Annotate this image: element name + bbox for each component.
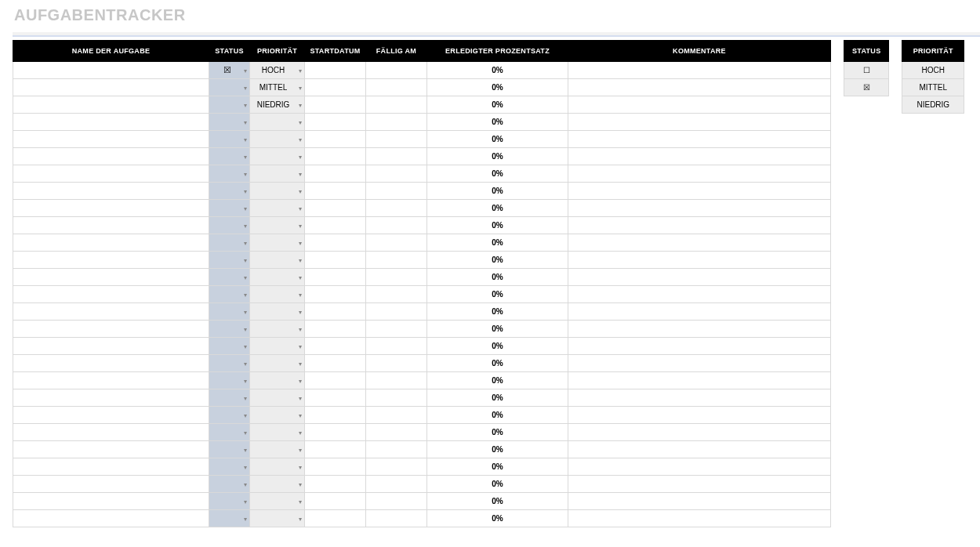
percent-cell[interactable]: 0% [427,303,568,321]
priority-dropdown[interactable]: ▾ [250,458,305,476]
status-dropdown[interactable]: ▾ [209,441,250,458]
due-date-cell[interactable] [366,407,427,424]
start-date-cell[interactable] [305,234,366,252]
status-dropdown[interactable]: ▾ [209,424,250,441]
start-date-cell[interactable] [305,458,366,476]
start-date-cell[interactable] [305,217,366,234]
percent-cell[interactable]: 0% [427,217,568,234]
start-date-cell[interactable] [305,62,366,79]
percent-cell[interactable]: 0% [427,286,568,303]
due-date-cell[interactable] [366,165,427,183]
start-date-cell[interactable] [305,321,366,338]
due-date-cell[interactable] [366,131,427,148]
due-date-cell[interactable] [366,303,427,321]
start-date-cell[interactable] [305,252,366,269]
comments-cell[interactable] [568,217,831,234]
due-date-cell[interactable] [366,286,427,303]
start-date-cell[interactable] [305,148,366,165]
percent-cell[interactable]: 0% [427,338,568,355]
comments-cell[interactable] [568,131,831,148]
percent-cell[interactable]: 0% [427,165,568,183]
task-name-cell[interactable] [13,96,209,114]
status-dropdown[interactable]: ▾ [209,303,250,321]
task-name-cell[interactable] [13,407,209,424]
comments-cell[interactable] [568,269,831,286]
comments-cell[interactable] [568,372,831,389]
priority-dropdown[interactable]: ▾ [250,338,305,355]
percent-cell[interactable]: 0% [427,510,568,527]
priority-dropdown[interactable]: ▾ [250,476,305,493]
percent-cell[interactable]: 0% [427,234,568,252]
due-date-cell[interactable] [366,510,427,527]
status-dropdown[interactable]: ▾ [209,407,250,424]
due-date-cell[interactable] [366,62,427,79]
status-dropdown[interactable]: ▾ [209,286,250,303]
priority-dropdown[interactable]: MITTEL▾ [250,79,305,96]
comments-cell[interactable] [568,476,831,493]
start-date-cell[interactable] [305,200,366,217]
due-date-cell[interactable] [366,79,427,96]
comments-cell[interactable] [568,252,831,269]
percent-cell[interactable]: 0% [427,131,568,148]
comments-cell[interactable] [568,165,831,183]
start-date-cell[interactable] [305,114,366,131]
task-name-cell[interactable] [13,476,209,493]
status-dropdown[interactable]: ▾ [209,79,250,96]
percent-cell[interactable]: 0% [427,355,568,372]
task-name-cell[interactable] [13,148,209,165]
priority-dropdown[interactable]: ▾ [250,131,305,148]
due-date-cell[interactable] [366,458,427,476]
due-date-cell[interactable] [366,493,427,510]
due-date-cell[interactable] [366,234,427,252]
percent-cell[interactable]: 0% [427,183,568,200]
priority-dropdown[interactable]: ▾ [250,183,305,200]
priority-dropdown[interactable]: ▾ [250,252,305,269]
status-dropdown[interactable]: ▾ [209,269,250,286]
start-date-cell[interactable] [305,183,366,200]
comments-cell[interactable] [568,441,831,458]
comments-cell[interactable] [568,389,831,407]
percent-cell[interactable]: 0% [427,458,568,476]
priority-dropdown[interactable]: ▾ [250,407,305,424]
task-name-cell[interactable] [13,424,209,441]
comments-cell[interactable] [568,407,831,424]
status-dropdown[interactable]: ▾ [209,200,250,217]
task-name-cell[interactable] [13,62,209,79]
percent-cell[interactable]: 0% [427,62,568,79]
priority-dropdown[interactable]: ▾ [250,217,305,234]
start-date-cell[interactable] [305,510,366,527]
due-date-cell[interactable] [366,441,427,458]
task-name-cell[interactable] [13,303,209,321]
comments-cell[interactable] [568,424,831,441]
status-dropdown[interactable]: ▾ [209,183,250,200]
comments-cell[interactable] [568,286,831,303]
percent-cell[interactable]: 0% [427,372,568,389]
status-dropdown[interactable]: ▾ [209,476,250,493]
due-date-cell[interactable] [366,424,427,441]
start-date-cell[interactable] [305,165,366,183]
comments-cell[interactable] [568,183,831,200]
task-name-cell[interactable] [13,355,209,372]
priority-dropdown[interactable]: ▾ [250,389,305,407]
start-date-cell[interactable] [305,441,366,458]
priority-dropdown[interactable]: ▾ [250,234,305,252]
task-name-cell[interactable] [13,372,209,389]
task-name-cell[interactable] [13,200,209,217]
priority-dropdown[interactable]: NIEDRIG▾ [250,96,305,114]
task-name-cell[interactable] [13,389,209,407]
status-dropdown[interactable]: ▾ [209,114,250,131]
due-date-cell[interactable] [366,321,427,338]
due-date-cell[interactable] [366,372,427,389]
comments-cell[interactable] [568,79,831,96]
comments-cell[interactable] [568,148,831,165]
start-date-cell[interactable] [305,286,366,303]
due-date-cell[interactable] [366,200,427,217]
priority-dropdown[interactable]: HOCH▾ [250,62,305,79]
start-date-cell[interactable] [305,79,366,96]
due-date-cell[interactable] [366,269,427,286]
task-name-cell[interactable] [13,510,209,527]
task-name-cell[interactable] [13,234,209,252]
task-name-cell[interactable] [13,458,209,476]
status-dropdown[interactable]: ▾ [209,217,250,234]
status-dropdown[interactable]: ▾ [209,510,250,527]
